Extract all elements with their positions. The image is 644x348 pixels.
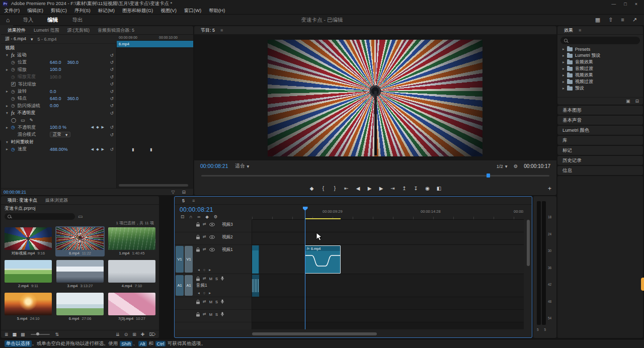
anchor-y-value[interactable]: 360.0: [67, 96, 79, 101]
chevron-right-icon[interactable]: ▸: [6, 125, 11, 130]
effect-timeline-ruler[interactable]: 00:00:09:00 00:00:10:00: [117, 35, 193, 41]
scale-value[interactable]: 100.0: [50, 67, 61, 72]
new-bin-icon[interactable]: ⊞: [132, 332, 136, 337]
menu-item[interactable]: 窗口(W): [184, 8, 201, 14]
track-lane-a2[interactable]: [252, 297, 524, 310]
sync-lock-icon[interactable]: ⇄: [203, 312, 206, 316]
uniform-scale-checkbox[interactable]: ✓: [11, 82, 16, 86]
mark-out-icon[interactable]: }: [333, 186, 338, 191]
clip-thumbnail[interactable]: [56, 293, 104, 315]
timeline-ruler[interactable]: 00:00:09:29 00:00:14:28 00:00:19:27: [252, 207, 524, 220]
button-editor-plus[interactable]: +: [548, 185, 551, 192]
chevron-down-icon[interactable]: ▾: [31, 37, 33, 42]
source-clip-label[interactable]: 源 - 6.mp4: [5, 36, 26, 42]
track-name[interactable]: 视频2: [222, 234, 233, 240]
effects-tree-item[interactable]: ▸ Lumetri 预设: [557, 52, 643, 59]
workspace-tab[interactable]: 编辑: [40, 15, 65, 25]
panel-menu-icon[interactable]: ≡: [192, 198, 195, 203]
reset-icon[interactable]: ↺: [110, 103, 114, 108]
chevron-right-icon[interactable]: ▸: [6, 67, 11, 72]
fullscreen-icon[interactable]: ↗: [632, 17, 637, 23]
chevron-right-icon[interactable]: ▸: [562, 79, 565, 84]
prev-keyframe-icon[interactable]: ◂: [198, 268, 200, 272]
settings-wrench-icon[interactable]: ⚙: [514, 163, 518, 169]
home-icon[interactable]: ⌂: [0, 17, 16, 24]
track-name[interactable]: 视频1: [222, 247, 233, 253]
speed-keyframe-marker[interactable]: ▮: [132, 147, 134, 152]
track-lane-v2[interactable]: [252, 232, 524, 245]
sync-lock-icon[interactable]: ⇄: [203, 277, 206, 281]
chevron-right-icon[interactable]: ▸: [562, 66, 565, 71]
project-item[interactable]: 3.mp4 3:13:27: [55, 259, 105, 289]
project-item[interactable]: 6.mp4 27:06: [55, 292, 105, 322]
reset-icon[interactable]: ↺: [110, 132, 114, 137]
position-y-value[interactable]: 360.0: [67, 60, 79, 65]
sort-icon[interactable]: ⇅: [55, 332, 59, 337]
reset-icon[interactable]: ↺: [110, 81, 114, 86]
track-lock-icon[interactable]: [196, 300, 200, 304]
effects-tree-item[interactable]: ▸ 预设: [557, 85, 643, 92]
next-keyframe-icon[interactable]: ▶: [102, 125, 104, 129]
speed-value[interactable]: 488.00%: [50, 147, 68, 152]
toggle-track-visibility-icon[interactable]: [209, 223, 215, 226]
go-to-in-icon[interactable]: ⇤: [344, 186, 349, 191]
menu-item[interactable]: 视图(V): [160, 8, 177, 14]
effects-search-input[interactable]: [560, 37, 640, 44]
effects-tree-item[interactable]: ▸ Presets: [557, 46, 643, 52]
track-header[interactable]: V1 V1 ⇄ 视频1 ◂ ○: [175, 245, 252, 274]
track-name[interactable]: 音频1: [196, 283, 207, 289]
rotation-value[interactable]: 0.0: [50, 89, 56, 94]
solo-button[interactable]: S: [215, 277, 218, 281]
search-input[interactable]: [5, 213, 75, 220]
sync-lock-icon[interactable]: ⇄: [203, 222, 206, 226]
menu-item[interactable]: 图形和标题(G): [122, 8, 153, 14]
thumbnail-zoom-slider[interactable]: [31, 334, 50, 335]
chevron-right-icon[interactable]: ▸: [6, 104, 11, 108]
toggle-track-visibility-icon[interactable]: [209, 235, 215, 239]
anchor-x-value[interactable]: 640.0: [50, 96, 61, 101]
scrubber-playhead[interactable]: [487, 173, 490, 178]
effects-tree-item[interactable]: ▸ 音频效果: [557, 59, 643, 65]
project-item[interactable]: 7(3).mp4 10:27: [107, 292, 156, 322]
sync-lock-icon[interactable]: ⇄: [203, 235, 206, 239]
video-clip-6mp4[interactable]: fx 6.mp4: [305, 245, 341, 274]
timeline-horizontal-scrollbar[interactable]: [252, 332, 524, 336]
clip-thumbnail[interactable]: [56, 227, 104, 250]
track-lane-a3[interactable]: [252, 310, 524, 322]
reset-icon[interactable]: ↺: [110, 125, 114, 130]
track-target-button[interactable]: V1: [185, 246, 193, 273]
track-lock-icon[interactable]: [196, 277, 200, 281]
minimize-button[interactable]: —: [611, 2, 616, 7]
project-item[interactable]: 6.mp4 11:22: [55, 226, 105, 256]
close-button[interactable]: ×: [635, 2, 637, 7]
panel-tab[interactable]: 项目: 变速卡点: [4, 196, 41, 204]
compare-view-icon[interactable]: ◧: [437, 186, 442, 191]
nest-toggle-icon[interactable]: ⊡: [181, 214, 184, 219]
effects-tree-item[interactable]: ▸ 视频效果: [557, 72, 643, 78]
collapsed-panel-tab[interactable]: 基本图形: [557, 106, 643, 115]
playback-resolution-dropdown[interactable]: 1/2 ▾: [497, 163, 508, 169]
next-keyframe-icon[interactable]: ▶: [102, 147, 104, 151]
voiceover-record-icon[interactable]: [221, 299, 224, 304]
track-lock-icon[interactable]: [196, 312, 200, 317]
collapsed-panel-tab[interactable]: 信息: [557, 166, 643, 175]
workspace-tab[interactable]: 导出: [65, 15, 90, 25]
add-keyframe-icon[interactable]: ◆: [96, 147, 99, 151]
chevron-down-icon[interactable]: ▾: [6, 53, 11, 57]
collapsed-panel-tab[interactable]: 标记: [557, 146, 643, 155]
icon-view-icon[interactable]: ▦: [13, 332, 17, 337]
zoom-fit-icon[interactable]: ⊟: [182, 190, 186, 195]
chevron-right-icon[interactable]: ▸: [562, 60, 565, 64]
panel-tab[interactable]: 源:(无剪辑): [64, 26, 94, 34]
clip-thumbnail[interactable]: [5, 260, 52, 283]
clip-thumbnail[interactable]: [108, 293, 155, 315]
toggle-track-visibility-icon[interactable]: [209, 248, 215, 251]
track-header[interactable]: ⇄ 视频2 ◂ ○ ▸: [175, 232, 252, 245]
track-header[interactable]: ⇄ M S ◂ ○ ▸: [175, 310, 252, 322]
stopwatch-icon[interactable]: ◷: [11, 147, 18, 152]
menu-item[interactable]: 序列(S): [74, 8, 91, 14]
reset-icon[interactable]: ↺: [110, 67, 114, 72]
collapsed-panel-tab[interactable]: Lumetri 颜色: [557, 126, 643, 135]
sync-lock-icon[interactable]: ⇄: [203, 300, 206, 304]
effect-controls-timeline[interactable]: 00:00:09:00 00:00:10:00 6.mp4 ▮ ▮: [117, 35, 193, 188]
